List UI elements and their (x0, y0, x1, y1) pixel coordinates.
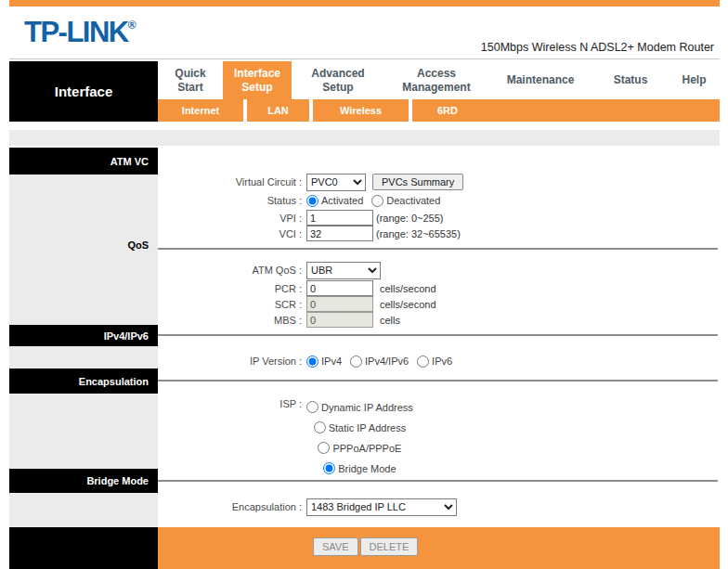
subtab-lan[interactable]: LAN (243, 99, 309, 122)
tab-advanced-setup[interactable]: AdvancedSetup (292, 61, 384, 99)
isp-label: ISP : (158, 398, 306, 409)
pcr-row: PCR : cells/second (158, 280, 720, 296)
pcr-input[interactable] (306, 280, 373, 296)
divider-encapsulation (158, 380, 718, 381)
subtab-internet[interactable]: Internet (158, 99, 243, 122)
vpi-label: VPI : (158, 213, 306, 224)
footer-sidebar-block (9, 527, 158, 569)
status-label: Status : (158, 195, 306, 206)
tab-help[interactable]: Help (669, 61, 720, 99)
product-subtitle: 150Mbps Wireless N ADSL2+ Modem Router (481, 41, 714, 54)
pcr-unit: cells/second (380, 283, 436, 294)
save-button[interactable]: SAVE (313, 537, 358, 556)
section-header-atm-vc: ATM VC (9, 148, 158, 175)
isp-static-ip-radio[interactable] (314, 421, 326, 433)
mbs-label: MBS : (158, 315, 306, 326)
section-header-ipv4-ipv6: IPv4/IPv6 (9, 325, 158, 346)
vci-range-hint: (range: 32~65535) (376, 228, 461, 239)
vpi-row: VPI : (range: 0~255) (158, 210, 720, 226)
ip-version-ipv6-radio[interactable] (417, 356, 429, 368)
header: TP-LINK® 150Mbps Wireless N ADSL2+ Modem… (9, 6, 720, 59)
encapsulation-select[interactable]: 1483 Bridged IP LLC (306, 498, 457, 516)
encapsulation-label: Encapsulation : (158, 501, 306, 512)
content-area: ATM VC QoS IPv4/IPv6 Encapsulation Bridg… (9, 130, 720, 569)
isp-bridge-mode-label: Bridge Mode (338, 463, 396, 474)
tab-maintenance[interactable]: Maintenance (488, 61, 592, 99)
virtual-circuit-select[interactable]: PVC0 (306, 174, 366, 191)
section-header-encapsulation: Encapsulation (9, 369, 158, 394)
scr-input (306, 296, 373, 312)
top-accent-strip (9, 0, 720, 6)
pcr-label: PCR : (158, 283, 306, 294)
page-title: Interface (9, 61, 158, 122)
isp-row: ISP : Dynamic IP Address Static IP Addre… (158, 398, 720, 477)
isp-bridge-mode-radio[interactable] (323, 462, 335, 474)
main-navigation: Interface QuickStart InterfaceSetup Adva… (9, 61, 720, 122)
virtual-circuit-label: Virtual Circuit : (158, 176, 306, 188)
atm-qos-label: ATM QoS : (158, 265, 306, 276)
vci-row: VCI : (range: 32~65535) (158, 226, 720, 241)
footer-action-strip: SAVE DELETE (158, 527, 720, 569)
vpi-input[interactable] (306, 210, 373, 226)
divider-qos (158, 248, 718, 250)
ip-version-ipv4-label: IPv4 (321, 356, 342, 367)
vci-input[interactable] (306, 226, 373, 241)
section-label-qos: QoS (9, 239, 158, 251)
isp-dynamic-ip-radio[interactable] (306, 401, 318, 413)
isp-pppoa-pppoe-label: PPPoA/PPPoE (332, 443, 401, 454)
footer-bar: SAVE DELETE (9, 527, 720, 569)
subtab-wireless[interactable]: Wireless (309, 99, 409, 122)
tab-quick-start[interactable]: QuickStart (158, 61, 223, 99)
delete-button[interactable]: DELETE (360, 537, 419, 556)
ip-version-ipv4-ipv6-label: IPv4/IPv6 (365, 356, 409, 367)
isp-pppoa-pppoe-radio[interactable] (318, 442, 330, 454)
scr-row: SCR : cells/second (158, 296, 720, 312)
scr-unit: cells/second (380, 299, 436, 310)
ip-version-label: IP Version : (158, 356, 306, 367)
section-header-bridge-mode: Bridge Mode (9, 469, 158, 493)
mbs-input (306, 312, 373, 328)
mbs-row: MBS : cells (158, 312, 720, 328)
content-top-strip (9, 130, 720, 146)
pvcs-summary-button[interactable]: PVCs Summary (372, 174, 463, 190)
divider-bridge-mode (158, 480, 718, 482)
vci-label: VCI : (158, 228, 306, 239)
ip-version-ipv4-ipv6-radio[interactable] (350, 356, 362, 368)
ip-version-ipv6-label: IPv6 (432, 356, 452, 367)
subtab-6rd[interactable]: 6RD (409, 99, 483, 122)
tab-interface-setup[interactable]: InterfaceSetup (223, 61, 292, 99)
tp-link-logo: TP-LINK® (24, 16, 136, 49)
ip-version-row: IP Version : IPv4 IPv4/IPv6 IPv6 (158, 353, 720, 369)
ip-version-ipv4-radio[interactable] (306, 356, 318, 368)
atm-qos-row: ATM QoS : UBR (158, 261, 720, 279)
status-activated-radio[interactable] (306, 195, 318, 207)
tab-access-management[interactable]: AccessManagement (384, 61, 488, 99)
vpi-range-hint: (range: 0~255) (376, 213, 443, 224)
scr-label: SCR : (158, 299, 306, 310)
registered-mark: ® (128, 19, 136, 32)
status-activated-label: Activated (321, 195, 363, 206)
status-row: Status : Activated Deactivated (158, 193, 720, 208)
page: TP-LINK® 150Mbps Wireless N ADSL2+ Modem… (9, 0, 720, 569)
encapsulation-row: Encapsulation : 1483 Bridged IP LLC (158, 498, 720, 516)
nav-tabs: QuickStart InterfaceSetup AdvancedSetup … (158, 61, 720, 99)
atm-qos-select[interactable]: UBR (306, 262, 381, 279)
sub-navigation: Internet LAN Wireless 6RD (158, 99, 720, 122)
logo-text: TP-LINK (24, 16, 128, 48)
virtual-circuit-row: Virtual Circuit : PVC0 PVCs Summary (158, 173, 720, 191)
divider-ipv4-ipv6 (158, 334, 718, 336)
status-deactivated-label: Deactivated (386, 195, 440, 206)
status-deactivated-radio[interactable] (371, 195, 384, 207)
isp-dynamic-ip-label: Dynamic IP Address (321, 402, 413, 413)
tab-status[interactable]: Status (592, 61, 669, 99)
mbs-unit: cells (380, 315, 400, 326)
isp-static-ip-label: Static IP Address (329, 422, 407, 433)
